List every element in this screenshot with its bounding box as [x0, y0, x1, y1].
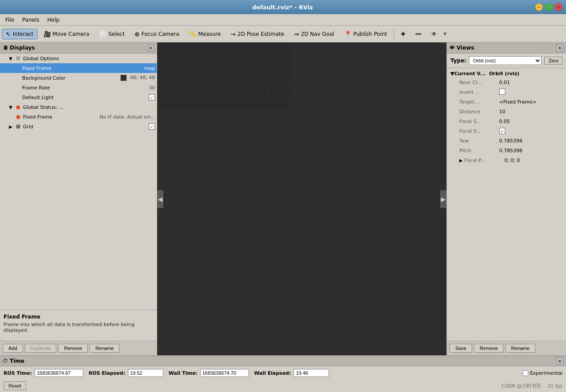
titlebar-controls[interactable]: ─ □ ✕: [535, 3, 562, 11]
views-near-clip[interactable]: Near Cl... 0.01: [449, 77, 564, 87]
watermark: CSDN @六时书写 31 fps: [501, 383, 562, 389]
views-panel-close[interactable]: ✕: [556, 44, 563, 51]
views-icon: 👁: [450, 45, 455, 51]
views-focal-point[interactable]: ▶ Focal P... 0; 0; 0: [449, 155, 564, 165]
toolbar-focus-camera[interactable]: ⊕ Focus Camera: [131, 29, 183, 39]
views-save-button[interactable]: Save: [450, 344, 472, 353]
views-current-section[interactable]: ▼ Current V... Orbit (rviz): [449, 70, 564, 77]
views-focal-shape[interactable]: Focal S... ✓: [449, 126, 564, 136]
wall-time-input[interactable]: [200, 369, 249, 377]
add-button[interactable]: Add: [3, 344, 23, 353]
views-distance[interactable]: Distance 10: [449, 107, 564, 116]
grid-checkbox[interactable]: ✓: [149, 123, 155, 130]
select-icon: ⬜: [99, 31, 107, 38]
gear-icon: ⚙: [14, 55, 22, 61]
tree-background-color[interactable]: Background Color 48; 48; 48: [0, 73, 157, 83]
experimental-checkbox[interactable]: [523, 370, 528, 376]
toolbar-publish-point[interactable]: 📍 Publish Point: [340, 29, 391, 39]
interact-icon: ↖: [6, 31, 11, 38]
views-remove-button[interactable]: Remove: [474, 344, 504, 353]
views-focal-size[interactable]: Focal S... 0.05: [449, 116, 564, 126]
menu-panels[interactable]: Panels: [19, 16, 43, 24]
views-panel: 👁 Views ✕ Type: Orbit (rviz) Zero ▼ Curr…: [446, 42, 566, 355]
toolbar-extra-minus[interactable]: ➖: [411, 29, 426, 39]
svg-rect-0: [157, 42, 290, 109]
views-panel-title: 👁 Views: [450, 45, 474, 51]
focal-point-expand[interactable]: ▶: [459, 158, 463, 163]
time-panel-close[interactable]: ✕: [556, 357, 563, 365]
tree-fixed-frame[interactable]: Fixed Frame map: [0, 63, 157, 73]
toolbar-extra-eye[interactable]: 👁: [427, 29, 441, 39]
tree-default-light[interactable]: Default Light ✓: [0, 92, 157, 102]
displays-panel-header: 🖥 Displays ✕: [0, 42, 157, 54]
info-panel: Fixed Frame Frame into which all data is…: [0, 310, 157, 341]
ros-time-field: ROS Time:: [4, 369, 83, 377]
views-yaw[interactable]: Yaw 0.785398: [449, 136, 564, 146]
toolbar-separator: [394, 28, 394, 40]
duplicate-button[interactable]: Duplicate: [25, 344, 57, 353]
displays-panel-close[interactable]: ✕: [147, 44, 154, 51]
toolbar-select[interactable]: ⬜ Select: [95, 29, 129, 39]
window-title: default.rviz* - RViz: [30, 4, 535, 11]
views-invert[interactable]: Invert ...: [449, 87, 564, 97]
color-swatch[interactable]: [120, 75, 127, 81]
viewport[interactable]: ◀ ▶: [157, 42, 446, 355]
grid-display-icon: ⊞: [14, 123, 22, 130]
views-pitch[interactable]: Pitch 0.785398: [449, 146, 564, 155]
menu-file[interactable]: File: [2, 16, 18, 24]
close-button[interactable]: ✕: [554, 3, 562, 11]
eye-icon: 👁: [431, 31, 437, 37]
viewport-left-arrow[interactable]: ◀: [157, 190, 163, 208]
views-tree: ▼ Current V... Orbit (rviz) Near Cl... 0…: [447, 68, 566, 341]
menu-help[interactable]: Help: [44, 16, 63, 24]
tree-global-status[interactable]: ▼ ● Global Status: ...: [0, 102, 157, 112]
displays-panel: 🖥 Displays ✕ ▼ ⚙ Global Options Fixed Fr…: [0, 42, 157, 355]
publish-point-icon: 📍: [344, 31, 352, 38]
toolbar-2d-pose[interactable]: → 2D Pose Estimate: [227, 29, 288, 39]
tree-frame-rate[interactable]: Frame Rate 30: [0, 83, 157, 92]
tree-global-options[interactable]: ▼ ⚙ Global Options: [0, 54, 157, 63]
2d-pose-icon: →: [231, 31, 236, 38]
toolbar-2d-nav[interactable]: ⇒ 2D Nav Goal: [290, 29, 338, 39]
displays-tree: ▼ ⚙ Global Options Fixed Frame map Backg…: [0, 54, 157, 310]
tree-global-status-fixed-frame[interactable]: ● Fixed Frame No tf data. Actual err...: [0, 112, 157, 122]
default-light-checkbox[interactable]: ✓: [149, 94, 155, 100]
time-content: ROS Time: ROS Elapsed: Wall Time: Wall E…: [0, 366, 566, 380]
ros-elapsed-input[interactable]: [128, 369, 163, 377]
remove-button[interactable]: Remove: [58, 344, 88, 353]
toolbar-dropdown-arrow[interactable]: ▼: [443, 31, 447, 36]
time-bar: ⏱ Time ✕ ROS Time: ROS Elapsed: Wall Tim…: [0, 355, 566, 392]
viewport-right-arrow[interactable]: ▶: [440, 190, 446, 208]
views-type-row: Type: Orbit (rviz) Zero: [447, 54, 566, 68]
toolbar-measure[interactable]: 📏 Measure: [185, 29, 225, 39]
invert-checkbox[interactable]: [499, 88, 505, 95]
toolbar-move-camera[interactable]: 🎥 Move Camera: [39, 29, 93, 39]
time-icon: ⏱: [3, 358, 8, 364]
focal-shape-checkbox[interactable]: ✓: [499, 128, 505, 134]
toolbar-interact[interactable]: ↖ Interact: [2, 29, 38, 39]
tree-grid[interactable]: ▶ ⊞ Grid ✓: [0, 122, 157, 131]
minus-icon: ➖: [415, 31, 422, 37]
wall-elapsed-input[interactable]: [294, 369, 329, 377]
rename-button[interactable]: Rename: [89, 344, 120, 353]
displays-panel-buttons: Add Duplicate Remove Rename: [0, 341, 157, 355]
displays-panel-title: 🖥 Displays: [3, 45, 35, 51]
titlebar: default.rviz* - RViz ─ □ ✕: [0, 0, 566, 14]
experimental-row: Experimental: [523, 370, 562, 376]
views-zero-button[interactable]: Zero: [544, 57, 562, 65]
minimize-button[interactable]: ─: [535, 3, 543, 11]
expand-grid[interactable]: ▶: [7, 124, 14, 129]
ros-elapsed-field: ROS Elapsed:: [89, 369, 163, 377]
views-panel-buttons: Save Remove Rename: [447, 341, 566, 355]
views-rename-button[interactable]: Rename: [505, 344, 535, 353]
views-type-select[interactable]: Orbit (rviz): [469, 56, 542, 65]
expand-global-options[interactable]: ▼: [7, 56, 14, 61]
reset-button[interactable]: Reset: [4, 381, 26, 390]
toolbar-extra-plus[interactable]: ✚: [397, 29, 409, 39]
maximize-button[interactable]: □: [545, 3, 553, 11]
measure-icon: 📏: [189, 31, 197, 38]
expand-global-status[interactable]: ▼: [7, 105, 14, 110]
ros-time-input[interactable]: [35, 369, 83, 377]
views-panel-header: 👁 Views ✕: [447, 42, 566, 54]
views-target[interactable]: Target ... <Fixed Frame>: [449, 97, 564, 107]
